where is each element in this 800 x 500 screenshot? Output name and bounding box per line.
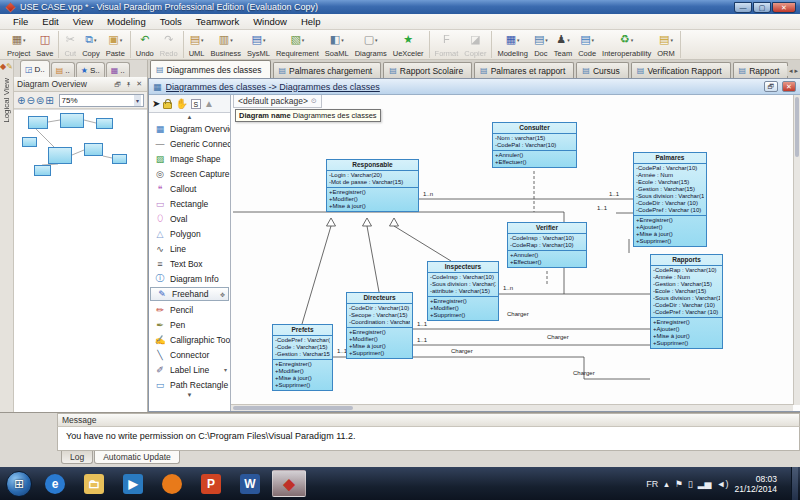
palette-scroll-up-icon[interactable]: ▲ [149,114,230,121]
chevron-down-icon[interactable]: ▾ [517,37,520,43]
toolbar-diagrams-button[interactable]: ▢▾Diagrams [352,31,390,58]
taskbar-internet-explorer-button[interactable]: e [38,470,72,497]
diagram-canvas[interactable]: 1..n1..11..11..nCharger1..1Charger1..11.… [231,95,800,411]
diagram-tab-rapport[interactable]: ▤Rapport [733,62,789,78]
menu-file[interactable]: File [6,15,35,28]
toolbar-uml-button[interactable]: ▤▾UML [186,31,208,58]
toolbar-cut-button[interactable]: ✂Cut [61,31,79,58]
chevron-down-icon[interactable]: ▾ [224,366,227,373]
toolbar-interoperability-button[interactable]: ♻▾Interoperability [599,31,654,58]
tab-scroll-arrows[interactable]: ◂ ▸ [787,66,800,76]
diagram-tab-cursus[interactable]: ▤Cursus [576,62,629,78]
toolbar-soaml-button[interactable]: ◧▾SoaML [322,31,352,58]
minimize-button[interactable]: — [734,2,752,13]
chevron-down-icon[interactable]: ▾ [567,37,570,43]
chevron-down-icon[interactable]: ▾ [263,37,266,43]
taskbar-file-explorer-button[interactable]: 🗀 [77,470,111,497]
pin-panel-icon[interactable]: 🖈 [123,81,134,88]
diagram-tab-palmares-et-rapport[interactable]: ▤Palmares et rapport [474,62,574,78]
close-button[interactable]: ✕ [772,2,796,13]
uml-class-responsable[interactable]: Responsable-Login : Varchar(20)-Mot de p… [326,159,419,212]
toolbar-copy-button[interactable]: ⧉▾Copy [79,31,103,58]
taskbar-visual-paradigm-button[interactable]: ◆ [272,470,306,497]
toolbar-uexceler-button[interactable]: ★UeXceler [390,31,427,58]
zoom-in-icon[interactable]: ⊕ [17,95,25,106]
toolbar-team-button[interactable]: ♟▾Team [551,31,575,58]
palette-item-callout[interactable]: ❝Callout [149,181,230,196]
diagram-tab-rapport-scolaire[interactable]: ▤Rapport Scolaire [383,62,472,78]
palette-scroll-down-icon[interactable]: ▼ [149,392,230,399]
show-hidden-icons[interactable]: ▴ [664,479,669,489]
restore-diagram-icon[interactable]: 🗗 [764,81,778,92]
close-panel-icon[interactable]: ✕ [134,80,144,88]
tab-automatic-update[interactable]: Automatic Update [94,451,180,464]
diagram-tab-diagrammes-des-classes[interactable]: ▤Diagrammes des classes [150,60,271,78]
uml-class-rapports[interactable]: Rapports-CodeRap : Varchar(10)-Année : N… [650,254,723,349]
palette-item-diagram-info[interactable]: ⓘDiagram Info [149,271,230,286]
palette-item-calligraphic-tool[interactable]: ✍Calligraphic Tool [149,332,230,347]
palette-item-label-line[interactable]: ✐Label Line▾ [149,362,230,377]
toolbar-requirement-button[interactable]: ▧▾Requirement [273,31,322,58]
tab-log[interactable]: Log [61,451,93,464]
chevron-down-icon[interactable]: ▾ [545,37,548,43]
chevron-down-icon[interactable]: ▾ [341,37,344,43]
zoom-level-combo[interactable]: 75% ▾ [59,94,144,107]
toolbar-save-button[interactable]: ◫Save [33,31,56,58]
toolbar-business-button[interactable]: ▥▾Business [208,31,244,58]
chevron-down-icon[interactable]: ▾ [120,37,123,43]
menu-view[interactable]: View [66,15,100,28]
toolbar-project-button[interactable]: ▦▾Project [4,31,33,58]
lock-tool-icon[interactable] [163,102,172,109]
show-desktop-button[interactable] [791,467,798,500]
action-center-flag-icon[interactable]: ⚑ [675,479,683,489]
menu-modeling[interactable]: Modeling [100,15,153,28]
menu-tools[interactable]: Tools [153,15,189,28]
sweeper-tool-icon[interactable]: S [191,99,201,109]
speaker-icon[interactable]: ◄) [717,479,729,489]
toolbar-format-button[interactable]: FFormat [432,31,462,58]
uml-class-palmares[interactable]: Palmares-CodePal : Varchar(10)-Année : N… [633,152,707,247]
zoom-actual-icon[interactable]: ⊜ [36,95,44,106]
toolbar-modeling-button[interactable]: ▦▾Modeling [494,31,530,58]
panel-tab-item[interactable]: ▦.. [106,62,130,77]
chevron-down-icon[interactable]: ▾ [302,37,305,43]
toolbar-sysml-button[interactable]: ▤▾SysML [244,31,273,58]
palette-item-connector[interactable]: ╲Connector [149,347,230,362]
toolbar-undo-button[interactable]: ↶Undo [133,31,157,58]
toolbar-code-button[interactable]: ▤▾Code [575,31,599,58]
chevron-down-icon[interactable]: ▾ [631,37,634,43]
uml-class-consulter[interactable]: Consulter-Nom : varchar(15)-CodePal : Va… [492,122,577,168]
maximize-button[interactable]: ▢ [753,2,771,13]
panel-tab-s[interactable]: ★S.. [76,62,105,77]
move-handle-icon[interactable]: ✥ [220,291,225,298]
palette-item-rectangle[interactable]: ▭Rectangle [149,196,230,211]
panel-tab-d[interactable]: ◲D.. [20,60,50,77]
palette-item-diagram-overview[interactable]: ▦Diagram Overview [149,121,230,136]
toolbar-doc-button[interactable]: ▤▾Doc [531,31,551,58]
palette-item-line[interactable]: ∿Line [149,241,230,256]
dock-icon-1[interactable]: ✎ [6,62,13,71]
diagram-tab-verification-rapport[interactable]: ▤Verification Rapport [631,62,731,78]
palette-item-freehand[interactable]: ✎Freehand✥ [150,287,229,301]
menu-edit[interactable]: Edit [35,15,65,28]
chevron-down-icon[interactable]: ▾ [201,37,204,43]
toolbar-redo-button[interactable]: ↷Redo [157,31,181,58]
taskbar-clock[interactable]: 08:03 21/12/2014 [734,474,783,494]
chevron-down-icon[interactable]: ▾ [94,37,97,43]
battery-icon[interactable]: ▯ [688,479,693,489]
chevron-down-icon[interactable]: ▾ [375,37,378,43]
network-icon[interactable]: ▂▅ [698,479,712,489]
zoom-out-icon[interactable]: ⊖ [26,95,34,106]
toolbar-paste-button[interactable]: ▣▾Paste [103,31,128,58]
language-indicator[interactable]: FR [646,479,658,489]
palette-item-screen-capture[interactable]: ◎Screen Capture [149,166,230,181]
menu-help[interactable]: Help [294,15,328,28]
palette-item-image-shape[interactable]: ▨Image Shape [149,151,230,166]
logical-view-label[interactable]: Logical View [2,78,11,123]
palette-item-pen[interactable]: ✒Pen [149,317,230,332]
uml-class-verifier[interactable]: Verifier-CodeInsp : Varchar(10)-CodeRap … [507,222,587,268]
palette-item-oval[interactable]: ⬯Oval [149,211,230,226]
uml-class-inspecteurs[interactable]: Inspecteurs-CodeInsp : Varchar(10)-Sous … [427,261,499,321]
chevron-down-icon[interactable]: ▾ [230,37,233,43]
toolbar-orm-button[interactable]: ▤▾ORM [654,31,678,58]
